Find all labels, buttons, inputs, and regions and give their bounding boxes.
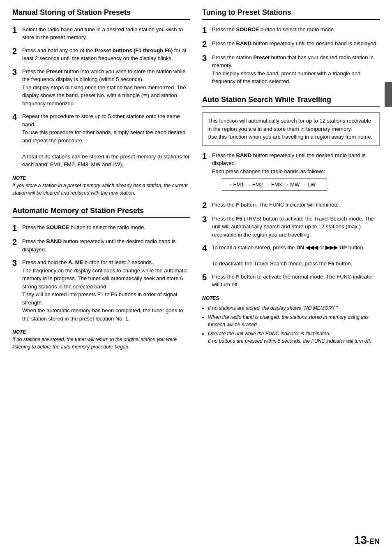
step-content: Press the Preset button into which you w… xyxy=(22,67,190,108)
step-item: 2 Press and hold any one of the Preset b… xyxy=(12,46,190,63)
step-item: 2 Press the BAND button repeatedly until… xyxy=(202,39,380,49)
step-content: Select the radio band and tune in a desi… xyxy=(22,26,190,42)
step-content: Press the F5 (TRVS) button to activate t… xyxy=(212,215,380,239)
step-item: 1 Press the SOURCE button to select the … xyxy=(202,26,380,35)
band-diagram: → FM1 → FM2 → FM3 → MW → LW — xyxy=(222,179,327,191)
step-num: 3 xyxy=(202,215,210,224)
step-content: Press the station Preset button that has… xyxy=(212,53,380,86)
step-num: 3 xyxy=(12,258,20,267)
step-content: Press the SOURCE button to select the ra… xyxy=(212,26,335,34)
band-diagram-text: → FM1 → FM2 → FM3 → MW → LW — xyxy=(226,181,323,189)
section-tuning: Tuning to Preset Stations 1 Press the SO… xyxy=(202,8,380,86)
section-auto-title: Automatic Memory of Station Presets xyxy=(12,207,190,218)
step-num: 3 xyxy=(12,67,20,77)
info-box: This function will automatically search … xyxy=(202,112,380,146)
step-content: To recall a station stored, press the DN… xyxy=(212,244,364,268)
note-text-2: If no stations are stored, the tuner wil… xyxy=(12,336,190,351)
section-manual-storing: Manual Storing of Station Presets 1 Sele… xyxy=(12,8,190,197)
step-item: 4 Repeat the procedure to store up to 5 … xyxy=(12,112,190,169)
page-layout: Manual Storing of Station Presets 1 Sele… xyxy=(12,8,380,357)
step-num: 4 xyxy=(202,244,210,253)
section-tuning-title: Tuning to Preset Stations xyxy=(202,8,380,20)
section-auto-memory: Automatic Memory of Station Presets 1 Pr… xyxy=(12,207,190,351)
step-item: 1 Press the SOURCE button to select the … xyxy=(12,223,190,232)
manual-steps: 1 Select the radio band and tune in a de… xyxy=(12,26,190,169)
page-suffix: -EN xyxy=(367,537,380,546)
step-content: Press the SOURCE button to select the ra… xyxy=(22,223,145,232)
step-num: 1 xyxy=(202,151,210,160)
step-num: 1 xyxy=(12,223,20,232)
page-number: 13-EN xyxy=(354,534,380,547)
left-column: Manual Storing of Station Presets 1 Sele… xyxy=(12,8,190,357)
section-auto-search-title: Auto Station Search While Travelling xyxy=(202,95,380,107)
step-item: 3 Press the F5 (TRVS) button to activate… xyxy=(202,215,380,239)
step-num: 5 xyxy=(202,273,210,282)
step-item: 5 Press the F button to activate the nor… xyxy=(202,273,380,289)
step-item: 3 Press the station Preset button that h… xyxy=(202,53,380,86)
page-tab xyxy=(385,82,392,107)
page-num-value: 13 xyxy=(354,534,367,546)
step-content: Press the F button. The FUNC indicator w… xyxy=(212,201,340,209)
step-num: 1 xyxy=(202,26,210,35)
note-block: NOTE If you store a station in a preset … xyxy=(12,175,190,197)
tuning-steps: 1 Press the SOURCE button to select the … xyxy=(202,26,380,86)
step-item: 1 Select the radio band and tune in a de… xyxy=(12,26,190,42)
step-item: 4 To recall a station stored, press the … xyxy=(202,244,380,268)
step-content: Press and hold any one of the Preset but… xyxy=(22,46,190,63)
note-text: If you store a station in a preset memor… xyxy=(12,182,190,197)
note-block-2: NOTE If no stations are stored, the tune… xyxy=(12,329,190,351)
step-num: 3 xyxy=(202,53,210,63)
step-num: 4 xyxy=(12,112,20,121)
step-content: Press the BAND button repeatedly until t… xyxy=(22,237,190,253)
auto-search-steps: 1 Press the BAND button repeatedly until… xyxy=(202,151,380,289)
step-num: 2 xyxy=(12,46,20,56)
step-item: 1 Press the BAND button repeatedly until… xyxy=(202,151,380,196)
note-title-2: NOTE xyxy=(12,329,190,335)
notes-item: Operate the unit while the FUNC indicato… xyxy=(208,330,380,345)
step-num: 2 xyxy=(202,201,210,210)
step-num: 2 xyxy=(12,237,20,246)
step-content: Press and hold the A. ME button for at l… xyxy=(22,258,190,323)
auto-memory-steps: 1 Press the SOURCE button to select the … xyxy=(12,223,190,323)
right-column: Tuning to Preset Stations 1 Press the SO… xyxy=(202,8,380,357)
step-num: 2 xyxy=(202,39,210,49)
notes-list: If no stations are stored, the display s… xyxy=(202,304,380,345)
step-content: Press the BAND button repeatedly until t… xyxy=(212,151,380,196)
notes-item: If no stations are stored, the display s… xyxy=(208,304,380,312)
step-item: 3 Press the Preset button into which you… xyxy=(12,67,190,108)
step-num: 1 xyxy=(12,26,20,35)
notes-title: NOTES xyxy=(202,295,380,301)
notes-item: When the radio band is changed, the stat… xyxy=(208,313,380,328)
step-content: Press the F button to activate the norma… xyxy=(212,273,380,289)
step-item: 2 Press the BAND button repeatedly until… xyxy=(12,237,190,253)
notes-block: NOTES If no stations are stored, the dis… xyxy=(202,295,380,345)
step-item: 2 Press the F button. The FUNC indicator… xyxy=(202,201,380,210)
section-auto-search: Auto Station Search While Travelling Thi… xyxy=(202,95,380,345)
step-item: 3 Press and hold the A. ME button for at… xyxy=(12,258,190,323)
step-content: Press the BAND button repeatedly until t… xyxy=(212,39,378,48)
section-manual-title: Manual Storing of Station Presets xyxy=(12,8,190,20)
step-content: Repeat the procedure to store up to 5 ot… xyxy=(22,112,190,169)
note-title: NOTE xyxy=(12,175,190,181)
